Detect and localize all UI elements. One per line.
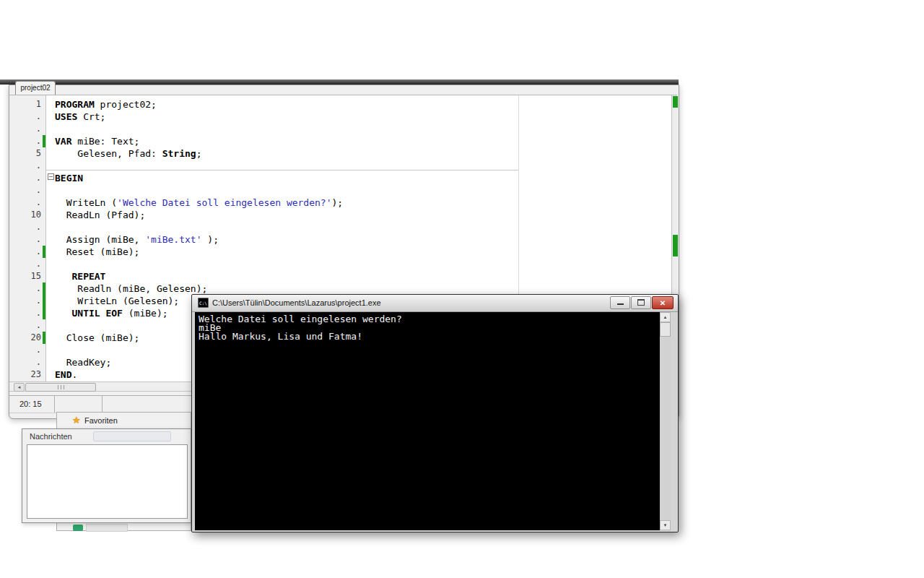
code-line[interactable]: PROGRAM project02; (55, 98, 671, 111)
gutter-row[interactable]: . (9, 319, 45, 332)
cmd-icon: C:\ (198, 298, 209, 308)
thumb-grip-icon (58, 385, 64, 389)
gutter-row[interactable]: 15 (9, 270, 45, 282)
inactive-tab-fragment (93, 431, 171, 441)
modified-line-mark (43, 332, 45, 344)
editor-gutter[interactable]: 1...5....10....15....20..23 (9, 95, 46, 381)
code-line[interactable] (55, 160, 671, 172)
gutter-row[interactable]: . (9, 344, 45, 356)
gutter-row[interactable]: . (9, 172, 45, 184)
list-item-fragment (86, 524, 128, 532)
statusbar-cell (55, 396, 103, 413)
gutter-row[interactable]: 10 (9, 209, 45, 221)
code-line[interactable]: REPEAT (55, 270, 671, 282)
gutter-row[interactable]: . (9, 307, 45, 319)
code-line[interactable]: Assign (miBe, 'miBe.txt' ); (55, 233, 671, 246)
gutter-row[interactable]: 20 (9, 332, 45, 344)
desktop: { "colors": { "keyword": "#000000", "str… (0, 0, 924, 578)
window-top-edge (0, 79, 679, 85)
scroll-left-arrow-icon[interactable]: ◄ (14, 383, 25, 392)
code-line[interactable]: USES Crt; (55, 111, 671, 123)
scroll-down-arrow-icon[interactable]: ▼ (660, 520, 671, 530)
editor-tab-project02[interactable]: project02 (15, 81, 56, 95)
console-line: Hallo Markus, Lisa und Fatma! (199, 332, 656, 341)
modified-overview-mark (673, 235, 678, 256)
gutter-row[interactable]: . (9, 356, 45, 368)
messages-list[interactable] (27, 444, 188, 519)
console-output[interactable]: Welche Datei soll eingelesen werden?miBe… (195, 312, 660, 530)
gutter-row[interactable]: . (9, 282, 45, 295)
console-scrollbar-thumb[interactable] (660, 322, 671, 337)
gutter-row[interactable]: . (9, 184, 45, 197)
console-title: C:\Users\Tülin\Documents\Lazarus\project… (212, 298, 381, 307)
close-button[interactable]: ✕ (652, 296, 674, 309)
code-line[interactable]: VAR miBe: Text; (55, 135, 671, 147)
gutter-row[interactable]: 23 (9, 368, 45, 381)
gutter-row[interactable]: . (9, 123, 45, 135)
gutter-row[interactable]: . (9, 221, 45, 233)
messages-window: Nachrichten (22, 428, 191, 523)
maximize-icon (637, 299, 645, 306)
code-line[interactable]: ReadLn (Pfad); (55, 209, 671, 221)
minimize-button[interactable] (610, 296, 630, 309)
maximize-button[interactable] (631, 296, 651, 309)
gutter-row[interactable]: . (9, 246, 45, 258)
console-body: Welche Datei soll eingelesen werden?miBe… (195, 312, 671, 530)
horizontal-scrollbar-thumb[interactable] (25, 383, 96, 392)
code-line[interactable]: Gelesen, Pfad: String; (55, 147, 671, 160)
modified-line-mark (43, 307, 45, 319)
scroll-up-arrow-icon[interactable]: ▲ (660, 312, 671, 322)
star-icon: ★ (72, 415, 81, 426)
modified-line-mark (43, 282, 45, 295)
gutter-row[interactable]: . (9, 197, 45, 209)
gutter-row[interactable]: 5 (9, 147, 45, 160)
code-line[interactable]: Readln (miBe, Gelesen); (55, 282, 671, 295)
code-line[interactable]: Reset (miBe); (55, 246, 671, 258)
caret-position: 20: 15 (9, 396, 55, 413)
code-line[interactable]: WriteLn ('Welche Datei soll eingelesen w… (55, 197, 671, 209)
console-window[interactable]: C:\ C:\Users\Tülin\Documents\Lazarus\pro… (191, 294, 679, 532)
modified-line-mark (43, 295, 45, 307)
code-line[interactable]: BEGIN (55, 172, 671, 184)
favorites-label: Favoriten (84, 416, 118, 425)
gutter-row[interactable]: . (9, 135, 45, 147)
favorites-item[interactable]: ★ Favoriten (57, 415, 191, 428)
console-titlebar[interactable]: C:\ C:\Users\Tülin\Documents\Lazarus\pro… (192, 295, 678, 312)
window-buttons: ✕ (609, 296, 674, 309)
gutter-row[interactable]: . (9, 258, 45, 270)
modified-overview-mark (673, 96, 678, 108)
code-line[interactable] (55, 221, 671, 233)
code-line[interactable] (55, 258, 671, 270)
code-line[interactable] (55, 184, 671, 197)
console-line: Welche Datei soll eingelesen werden? (199, 315, 656, 324)
gutter-row[interactable]: . (9, 233, 45, 246)
messages-title: Nachrichten (30, 432, 72, 441)
code-line[interactable] (55, 123, 671, 135)
list-item-icon (73, 525, 83, 531)
gutter-row[interactable]: . (9, 160, 45, 172)
modified-line-mark (43, 246, 45, 258)
minimize-icon (617, 303, 624, 305)
gutter-row[interactable]: . (9, 295, 45, 307)
gutter-row[interactable]: 1 (9, 98, 45, 111)
console-scrollbar[interactable]: ▲ ▼ (660, 312, 671, 530)
modified-line-mark (43, 135, 45, 147)
gutter-row[interactable]: . (9, 111, 45, 123)
